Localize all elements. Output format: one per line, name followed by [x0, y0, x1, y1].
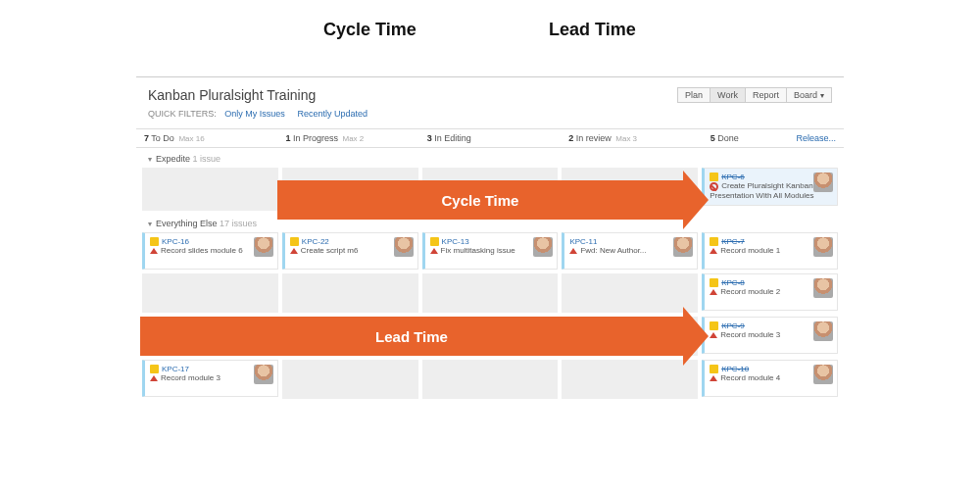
- avatar: [813, 365, 833, 384]
- issue-key: KPC-6: [721, 173, 745, 181]
- avatar: [533, 237, 553, 257]
- issue-summary: Record module 1: [720, 246, 780, 255]
- issue-summary: Record module 2: [720, 287, 780, 296]
- plan-button[interactable]: Plan: [677, 87, 710, 103]
- blocked-icon: [710, 182, 718, 191]
- card-kpc-11[interactable]: KPC-11 Fwd: New Author...: [562, 232, 698, 270]
- board-dropdown[interactable]: Board▾: [787, 87, 832, 103]
- label-lead-time: Lead Time: [549, 20, 636, 40]
- avatar: [394, 237, 414, 257]
- card-kpc-7[interactable]: KPC-7 Record module 1: [702, 232, 838, 270]
- empty-slot: [142, 273, 278, 313]
- issue-key: KPC-16: [162, 237, 189, 246]
- card-kpc-16[interactable]: KPC-16 Record slides module 6: [142, 232, 278, 270]
- quick-filters-label: QUICK FILTERS:: [148, 109, 217, 119]
- empty-slot: [282, 273, 418, 313]
- priority-icon: [290, 248, 298, 254]
- issue-key: KPC-11: [569, 237, 597, 246]
- issue-summary: Record slides module 6: [161, 246, 243, 255]
- story-icon: [710, 365, 718, 373]
- story-icon: [290, 237, 299, 246]
- lead-time-arrow: Lead Time: [140, 317, 683, 356]
- avatar: [813, 278, 833, 298]
- issue-summary: Record module 3: [161, 373, 220, 382]
- arrow-head-icon: [683, 171, 709, 229]
- jira-board: Plan Work Report Board▾ Kanban Pluralsig…: [136, 76, 844, 478]
- card-kpc-22[interactable]: KPC-22 Create script m6: [282, 232, 418, 270]
- issue-summary: Record module 3: [720, 330, 780, 339]
- release-link[interactable]: Release...: [797, 133, 837, 143]
- empty-slot: [422, 360, 559, 399]
- priority-icon: [569, 248, 577, 254]
- card-kpc-17[interactable]: KPC-17 Record module 3: [142, 360, 278, 397]
- col-review: 2 In review Max 3: [561, 129, 702, 147]
- story-icon: [710, 321, 718, 330]
- chevron-down-icon: ▾: [820, 91, 824, 100]
- col-done: 5 Done Release...: [703, 129, 844, 147]
- issue-key: KPC-13: [442, 237, 469, 246]
- card-kpc-6[interactable]: KPC-6 Create Pluralsight Kanban Presenta…: [702, 168, 838, 206]
- story-icon: [710, 278, 718, 287]
- lane-row-2: KPC-8 Record module 2: [136, 271, 844, 315]
- filter-only-mine[interactable]: Only My Issues: [224, 109, 285, 119]
- empty-slot: [562, 360, 698, 399]
- swimlane-expedite[interactable]: ▾Expedite 1 issue: [136, 148, 844, 166]
- col-editing: 3 In Editing: [419, 129, 561, 147]
- priority-icon: [710, 375, 717, 381]
- issue-key: KPC-7: [721, 237, 745, 246]
- avatar: [254, 237, 273, 257]
- card-kpc-8[interactable]: KPC-8 Record module 2: [702, 273, 838, 311]
- story-icon: [430, 237, 439, 246]
- avatar: [813, 173, 833, 192]
- priority-icon: [710, 248, 717, 254]
- issue-key: KPC-17: [162, 365, 189, 373]
- card-kpc-9[interactable]: KPC-9 Record module 3: [702, 317, 838, 354]
- issue-summary: Fwd: New Author...: [580, 246, 646, 255]
- arrow-label: Cycle Time: [442, 192, 519, 209]
- arrow-head-icon: [683, 307, 709, 366]
- priority-icon: [430, 248, 438, 254]
- lane-row-1: KPC-16 Record slides module 6 KPC-22 Cre…: [136, 230, 844, 271]
- work-button[interactable]: Work: [710, 87, 746, 103]
- avatar: [813, 237, 833, 257]
- priority-icon: [710, 332, 717, 338]
- issue-summary: Create Pluralsight Kanban Presentation W…: [710, 181, 813, 200]
- lane-row-4: KPC-17 Record module 3 KPC-10 Record mod…: [136, 358, 844, 401]
- empty-slot: [422, 273, 559, 313]
- collapse-icon: ▾: [148, 220, 152, 228]
- column-headers: 7 To Do Max 16 1 In Progress Max 2 3 In …: [136, 128, 844, 148]
- arrow-label: Lead Time: [375, 328, 448, 345]
- priority-icon: [710, 289, 717, 295]
- card-kpc-13[interactable]: KPC-13 Fix multitasking issue: [422, 232, 559, 270]
- story-icon: [710, 237, 718, 246]
- story-icon: [150, 237, 159, 246]
- report-button[interactable]: Report: [746, 87, 787, 103]
- empty-slot: [562, 273, 698, 313]
- col-inprogress: 1 In Progress Max 2: [277, 129, 418, 147]
- avatar: [254, 365, 273, 384]
- priority-icon: [150, 375, 158, 381]
- issue-key: KPC-8: [721, 278, 745, 287]
- empty-slot: [142, 168, 278, 211]
- collapse-icon: ▾: [148, 155, 152, 164]
- story-icon: [710, 173, 718, 181]
- col-todo: 7 To Do Max 16: [136, 129, 277, 147]
- issue-summary: Record module 4: [720, 373, 780, 382]
- issue-summary: Fix multitasking issue: [441, 246, 515, 255]
- issue-key: KPC-10: [721, 365, 749, 373]
- avatar: [813, 321, 833, 341]
- card-kpc-10[interactable]: KPC-10 Record module 4: [702, 360, 838, 397]
- priority-icon: [150, 248, 158, 254]
- story-icon: [150, 365, 159, 373]
- cycle-time-arrow: Cycle Time: [277, 180, 683, 220]
- issue-key: KPC-9: [721, 321, 745, 330]
- quick-filters: QUICK FILTERS: Only My Issues Recently U…: [148, 109, 832, 119]
- avatar: [673, 237, 693, 257]
- empty-slot: [282, 360, 418, 399]
- issue-key: KPC-22: [302, 237, 329, 246]
- issue-summary: Create script m6: [301, 246, 359, 255]
- filter-recently-updated[interactable]: Recently Updated: [297, 109, 368, 119]
- view-switcher: Plan Work Report Board▾: [677, 87, 832, 103]
- label-cycle-time: Cycle Time: [323, 20, 416, 40]
